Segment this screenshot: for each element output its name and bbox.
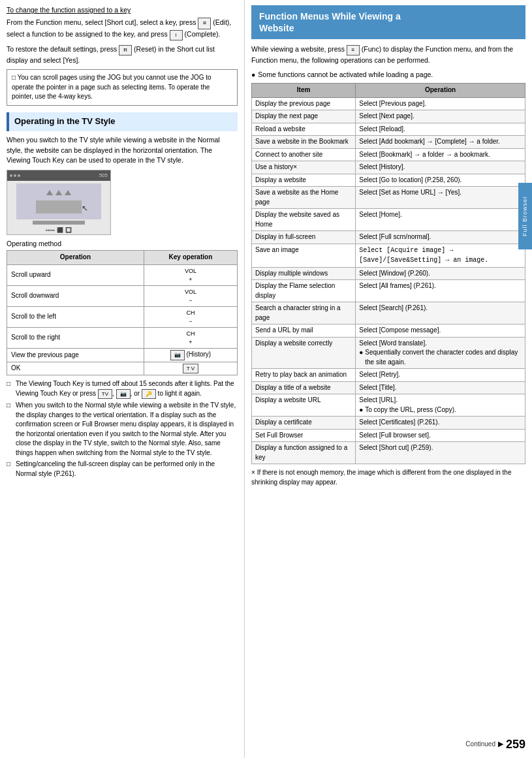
bullet-note: ● Some functions cannot be activated whi… xyxy=(251,70,525,80)
op-table-row-op: OK xyxy=(7,362,144,375)
bottom-icon-1: ▪▪▪▪▪ xyxy=(46,227,55,234)
bottom-icon-3: 🔲 xyxy=(65,227,72,234)
main-table-item: Display multiple windows xyxy=(252,267,356,280)
main-table-operation: Select [Retry]. xyxy=(356,369,525,382)
tv-body-text: When you switch to the TV style while vi… xyxy=(7,135,238,166)
op-table-row-key: VOL+ xyxy=(144,264,237,285)
main-table-item: Save a website as the Home page xyxy=(252,187,356,209)
device-label: 505 xyxy=(99,172,108,180)
page-number: 259 xyxy=(506,736,525,753)
footnote-symbol: × xyxy=(251,469,255,476)
main-table-operation: Select [Word translate].●Sequentially co… xyxy=(356,337,525,369)
op-table-row-key: 📷 (History) xyxy=(144,349,237,362)
op-method-label: Operating method xyxy=(7,239,238,249)
main-table-operation: Select [Short cut] (P.259). xyxy=(356,442,525,464)
main-table-item: Display a function assigned to a key xyxy=(252,442,356,464)
op-table-row-key: T V xyxy=(144,362,237,375)
main-table-item: Display a title of a website xyxy=(252,381,356,394)
note-box: You can scroll pages using the JOG but y… xyxy=(7,69,238,106)
main-table-operation: Select [History]. xyxy=(356,161,525,174)
device-cursor: ↖ xyxy=(82,203,88,214)
note-item-1: □ The Viewing Touch Key is turned off ab… xyxy=(7,379,238,399)
bottom-bar: Continued ▶ 259 xyxy=(465,736,525,753)
device-bottom-icons: ▪▪▪▪▪ ⬛ 🔲 xyxy=(46,227,72,234)
main-table-operation: Select [Window] (P.260). xyxy=(356,267,525,280)
main-table-operation: Select [Add bookmark] → [Complete] → a f… xyxy=(356,136,525,149)
main-table-operation: Select [Certificates] (P.261). xyxy=(356,417,525,430)
main-table-item: Display a website correctly xyxy=(252,337,356,369)
note-text-3: Setting/canceling the full-screen displa… xyxy=(16,460,238,479)
main-table-item: Display in full-screen xyxy=(252,231,356,244)
main-table-operation: Select [URL].●To copy the URL, press (Co… xyxy=(356,394,525,417)
note-text-1: The Viewing Touch Key is turned off abou… xyxy=(16,379,238,399)
bullet-dot: ● xyxy=(251,70,255,80)
triangle-1 xyxy=(46,190,53,195)
main-table: Item Operation Display the previous page… xyxy=(251,83,525,464)
main-table-operation: Select [Acquire image] → [Save]/[Save&Se… xyxy=(356,244,525,267)
main-table-item: Display the next page xyxy=(252,110,356,123)
main-table-item: Display a certificate xyxy=(252,417,356,430)
main-table-header-item: Item xyxy=(252,84,356,98)
main-table-item: Retry to play back an animation xyxy=(252,369,356,382)
full-browser-tab: Full Browser xyxy=(518,183,532,249)
main-table-item: Display the website saved as Home xyxy=(252,209,356,231)
left-column: To change the function assigned to a key… xyxy=(0,0,245,758)
main-table-item: Search a character string in a page xyxy=(252,302,356,324)
triangle-3 xyxy=(65,190,71,195)
continued-text: Continued xyxy=(465,740,495,750)
device-top: 505 xyxy=(7,170,110,181)
main-table-operation: Select [Previous page]. xyxy=(356,97,525,110)
main-table-item: Save a website in the Bookmark xyxy=(252,136,356,149)
op-table-row-key: VOL− xyxy=(144,285,237,306)
main-table-operation: Select [Set as Home URL] → [Yes]. xyxy=(356,187,525,209)
main-table-operation: Select [Next page]. xyxy=(356,110,525,123)
device-screen: ↖ xyxy=(16,183,101,219)
triangle-2 xyxy=(55,190,62,195)
device-dot-2 xyxy=(14,174,16,177)
op-table-row-key: CH+ xyxy=(144,328,237,349)
main-table-item: Use a history× xyxy=(252,161,356,174)
op-table-row-op: Scroll downward xyxy=(7,285,144,306)
main-table-operation: Select [Compose message]. xyxy=(356,324,525,338)
main-table-operation: Select [Full scrn/normal]. xyxy=(356,231,525,244)
main-table-operation: Select [Search] (P.261). xyxy=(356,302,525,324)
operation-table: Operation Key operation Scroll upwardVOL… xyxy=(7,250,238,375)
device-dot-1 xyxy=(10,174,12,177)
main-table-operation: Select [Title]. xyxy=(356,381,525,394)
main-table-operation: Select [Reload]. xyxy=(356,123,525,136)
device-dot-3 xyxy=(18,174,20,177)
device-gray-bar xyxy=(33,221,85,225)
main-table-operation: Select [Home]. xyxy=(356,209,525,231)
body-text-2: To restore the default settings, press R… xyxy=(7,44,238,66)
op-table-row-op: Scroll to the left xyxy=(7,306,144,327)
intro-text: While viewing a website, press ≡ (Func) … xyxy=(251,44,525,66)
main-table-item: Send a URL by mail xyxy=(252,324,356,338)
op-table-header-op: Operation xyxy=(7,251,144,265)
note-text-2: When you switch to the Normal style whil… xyxy=(16,401,238,458)
note-bullet-1: □ xyxy=(7,379,13,399)
main-table-operation: Select [Go to location] (P.258, 260). xyxy=(356,174,525,187)
footnote-text: If there is not enough memory, the image… xyxy=(251,469,511,486)
main-table-item: Connect to another site xyxy=(252,148,356,161)
device-triangles xyxy=(46,190,71,195)
body-text-1: From the Function menu, select [Short cu… xyxy=(7,18,238,40)
main-table-item: Display a website URL xyxy=(252,394,356,417)
main-table-item: Reload a website xyxy=(252,123,356,136)
note-bullet-3: □ xyxy=(7,460,13,479)
tv-style-heading: Operating in the TV Style xyxy=(7,112,238,131)
main-table-item: Save an image xyxy=(252,244,356,267)
section-title: Function Menus While Viewing a Website xyxy=(251,5,525,39)
main-table-item: Set Full Browser xyxy=(252,429,356,442)
op-table-row-key: CH− xyxy=(144,306,237,327)
main-table-item: Display the Flame selection display xyxy=(252,280,356,302)
note-item-2: □ When you switch to the Normal style wh… xyxy=(7,401,238,458)
main-table-operation: Select [All frames] (P.261). xyxy=(356,280,525,302)
footnote: × If there is not enough memory, the ima… xyxy=(251,468,525,487)
right-column: Function Menus While Viewing a Website W… xyxy=(245,0,532,758)
notes-list: □ The Viewing Touch Key is turned off ab… xyxy=(7,379,238,479)
arrow-right-icon: ▶ xyxy=(498,739,503,750)
op-table-header-key: Key operation xyxy=(144,251,237,265)
device-image: 505 ↖ ▪▪▪▪▪ ⬛ 🔲 xyxy=(7,170,111,235)
bottom-icon-2: ⬛ xyxy=(57,227,63,234)
op-table-row-op: View the previous page xyxy=(7,349,144,362)
